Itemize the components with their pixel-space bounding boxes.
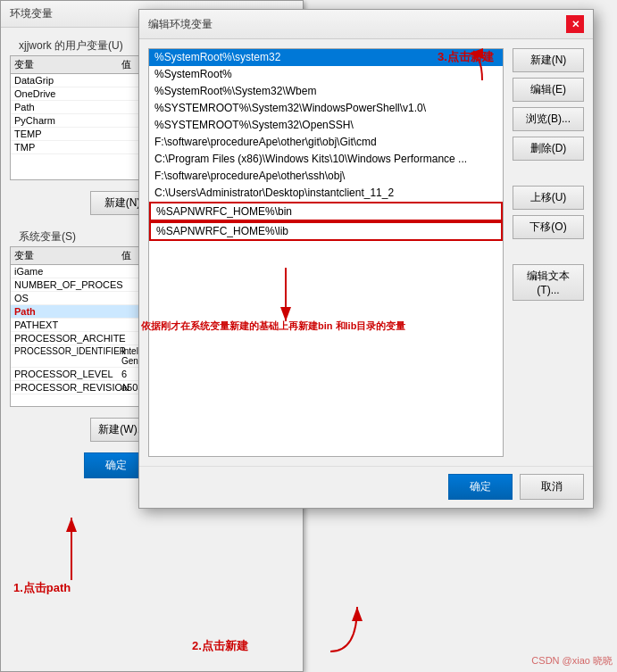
list-item-2[interactable]: %SystemRoot% [149, 66, 503, 83]
new-btn[interactable]: 新建(N) [513, 48, 584, 72]
browse-btn[interactable]: 浏览(B)... [513, 107, 584, 131]
list-item-5[interactable]: %SYSTEMROOT%\System32\OpenSSH\ [149, 117, 503, 134]
close-button[interactable]: ✕ [566, 15, 584, 33]
note-annotation: 依据刚才在系统变量新建的基础上再新建bin 和lib目录的变量 [141, 319, 405, 333]
path-list[interactable]: %SystemRoot%\system32 %SystemRoot% %Syst… [148, 48, 504, 457]
env-vars-title-text: 环境变量 [10, 6, 53, 21]
dialog-ok-btn[interactable]: 确定 [448, 474, 513, 500]
edit-btn[interactable]: 编辑(E) [513, 78, 584, 102]
dialog-cancel-btn[interactable]: 取消 [520, 474, 584, 500]
list-item-1[interactable]: %SystemRoot%\system32 [149, 49, 503, 66]
dialog-title-text: 编辑环境变量 [148, 17, 213, 32]
edit-env-dialog: 编辑环境变量 ✕ %SystemRoot%\system32 %SystemRo… [138, 9, 594, 509]
step2-arrow [304, 589, 411, 660]
list-item-4[interactable]: %SYSTEMROOT%\System32\WindowsPowerShell\… [149, 100, 503, 117]
list-item-6[interactable]: F:\software\procedureApe\other\git\obj\G… [149, 134, 503, 151]
list-item-9[interactable]: C:\Users\Administrator\Desktop\instantcl… [149, 185, 503, 202]
list-item-10[interactable]: %SAPNWRFC_HOME%\bin [149, 202, 503, 221]
delete-btn[interactable]: 删除(D) [513, 137, 584, 161]
move-up-btn[interactable]: 上移(U) [513, 186, 584, 210]
sys-col-var-header: 变量 [14, 249, 121, 262]
list-item-11[interactable]: %SAPNWRFC_HOME%\lib [149, 221, 503, 241]
watermark: CSDN @xiao 晓晓 [531, 654, 613, 668]
dialog-content: %SystemRoot%\system32 %SystemRoot% %Syst… [139, 39, 593, 466]
list-item-8[interactable]: F:\software\procedureApe\other\ssh\obj\ [149, 168, 503, 185]
dialog-footer: 确定 取消 [139, 466, 593, 507]
dialog-title-bar: 编辑环境变量 ✕ [139, 10, 593, 39]
right-button-panel: 新建(N) 编辑(E) 浏览(B)... 删除(D) 上移(U) 下移(O) 编… [513, 48, 584, 457]
col-var-header: 变量 [14, 58, 121, 71]
list-item-7[interactable]: C:\Program Files (x86)\Windows Kits\10\W… [149, 151, 503, 168]
move-down-btn[interactable]: 下移(O) [513, 215, 584, 239]
list-item-3[interactable]: %SystemRoot%\System32\Wbem [149, 83, 503, 100]
edit-text-btn[interactable]: 编辑文本(T)... [513, 264, 584, 301]
